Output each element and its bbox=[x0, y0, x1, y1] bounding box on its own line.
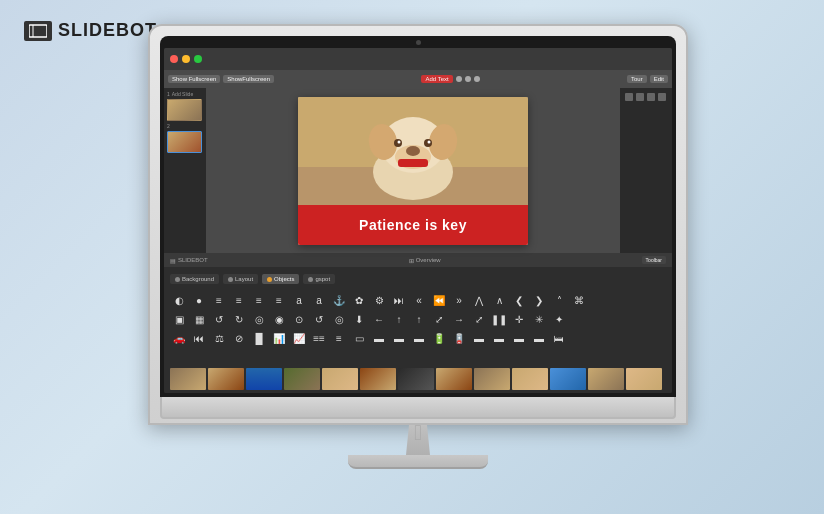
icon-prev[interactable]: ⏮ bbox=[190, 330, 208, 346]
icon-expand[interactable]: ⤢ bbox=[430, 311, 448, 327]
icon-car[interactable]: 🚗 bbox=[170, 330, 188, 346]
icon-rect-filled[interactable]: ▬ bbox=[370, 330, 388, 346]
strip-item-11[interactable] bbox=[550, 368, 586, 390]
icon-square-grid[interactable]: ▣ bbox=[170, 311, 188, 327]
icon-circle[interactable]: ● bbox=[190, 292, 208, 308]
toolbar-label-btn[interactable]: Toolbar bbox=[642, 256, 666, 264]
strip-item-4[interactable] bbox=[284, 368, 320, 390]
icon-align-justify[interactable]: ≡ bbox=[270, 292, 288, 308]
icon-align-center[interactable]: ≡ bbox=[230, 292, 248, 308]
tool-2[interactable] bbox=[636, 93, 644, 101]
icon-bar-chart2[interactable]: 📈 bbox=[290, 330, 308, 346]
icon-left[interactable]: ❮ bbox=[510, 292, 528, 308]
icon-apple[interactable]: ⌘ bbox=[570, 292, 588, 308]
tool-4[interactable] bbox=[658, 93, 666, 101]
slide-2-thumbnail[interactable] bbox=[167, 131, 202, 153]
slide-1-thumbnail[interactable] bbox=[167, 99, 202, 121]
icon-rect7[interactable]: ▬ bbox=[530, 330, 548, 346]
icon-flower[interactable]: ✿ bbox=[350, 292, 368, 308]
strip-item-6[interactable] bbox=[360, 368, 396, 390]
edit-button[interactable]: Edit bbox=[650, 75, 668, 83]
icon-plus[interactable]: ✛ bbox=[510, 311, 528, 327]
icon-right-arrow[interactable]: → bbox=[450, 311, 468, 327]
dog-svg bbox=[298, 97, 528, 205]
icon-up[interactable]: ∧ bbox=[490, 292, 508, 308]
strip-item-1[interactable] bbox=[170, 368, 206, 390]
strip-item-5[interactable] bbox=[322, 368, 358, 390]
show-fullscreen-button[interactable]: Show Fullscreen bbox=[168, 75, 220, 83]
show-fullscreen2-button[interactable]: ShowFullscreen bbox=[223, 75, 274, 83]
tab-gspot[interactable]: gspot bbox=[303, 274, 335, 284]
icon-amazon[interactable]: a bbox=[310, 292, 328, 308]
strip-item-12[interactable] bbox=[588, 368, 624, 390]
overview-button[interactable]: ⊞ Overview bbox=[409, 257, 441, 264]
icon-align-right[interactable]: ≡ bbox=[250, 292, 268, 308]
icon-bars[interactable]: ▐▌ bbox=[250, 330, 268, 346]
icon-double-left[interactable]: « bbox=[410, 292, 428, 308]
tab-objects[interactable]: Objects bbox=[262, 274, 299, 284]
strip-item-3[interactable] bbox=[246, 368, 282, 390]
icon-rect2[interactable]: ▬ bbox=[390, 330, 408, 346]
tab-layout[interactable]: Layout bbox=[223, 274, 258, 284]
icon-gear[interactable]: ⚙ bbox=[370, 292, 388, 308]
icon-up-arrow[interactable]: ↑ bbox=[390, 311, 408, 327]
icon-right[interactable]: ❯ bbox=[530, 292, 548, 308]
maximize-window-button[interactable] bbox=[194, 55, 202, 63]
close-window-button[interactable] bbox=[170, 55, 178, 63]
icon-rewind[interactable]: ⏪ bbox=[430, 292, 448, 308]
tool-3[interactable] bbox=[647, 93, 655, 101]
icon-battery[interactable]: 🔋 bbox=[430, 330, 448, 346]
icon-asterisk[interactable]: ✳ bbox=[530, 311, 548, 327]
icon-rect6[interactable]: ▬ bbox=[510, 330, 528, 346]
icon-bed[interactable]: 🛏 bbox=[550, 330, 568, 346]
tab-gspot-dot bbox=[308, 277, 313, 282]
icon-star[interactable]: ✦ bbox=[550, 311, 568, 327]
tool-1[interactable] bbox=[625, 93, 633, 101]
tab-bg-dot bbox=[175, 277, 180, 282]
add-text-button[interactable]: Add Text bbox=[421, 75, 452, 83]
icon-chevrons-up[interactable]: ⋀ bbox=[470, 292, 488, 308]
icon-up2[interactable]: ˄ bbox=[550, 292, 568, 308]
tab-gspot-label: gspot bbox=[315, 276, 330, 282]
icon-left-arrow[interactable]: ← bbox=[370, 311, 388, 327]
icon-contrast[interactable]: ◐ bbox=[170, 292, 188, 308]
icon-undo[interactable]: ↺ bbox=[210, 311, 228, 327]
icon-redo[interactable]: ↻ bbox=[230, 311, 248, 327]
icon-double-right[interactable]: » bbox=[450, 292, 468, 308]
icon-align-left[interactable]: ≡ bbox=[210, 292, 228, 308]
icon-bar-chart[interactable]: 📊 bbox=[270, 330, 288, 346]
icon-rect[interactable]: ▭ bbox=[350, 330, 368, 346]
icon-down-arrow[interactable]: ⬇ bbox=[350, 311, 368, 327]
icon-rect4[interactable]: ▬ bbox=[470, 330, 488, 346]
icon-ring[interactable]: ◎ bbox=[330, 311, 348, 327]
icon-rect5[interactable]: ▬ bbox=[490, 330, 508, 346]
icon-target[interactable]: ◎ bbox=[250, 311, 268, 327]
strip-item-13[interactable] bbox=[626, 368, 662, 390]
icon-expand2[interactable]: ⤢ bbox=[470, 311, 488, 327]
strip-item-9[interactable] bbox=[474, 368, 510, 390]
minimize-window-button[interactable] bbox=[182, 55, 190, 63]
canvas-area[interactable]: Patience is key bbox=[206, 88, 620, 253]
icon-anchor[interactable]: ⚓ bbox=[330, 292, 348, 308]
icon-lines[interactable]: ≡≡ bbox=[310, 330, 328, 346]
strip-item-7[interactable] bbox=[398, 368, 434, 390]
icon-rect3[interactable]: ▬ bbox=[410, 330, 428, 346]
strip-item-10[interactable] bbox=[512, 368, 548, 390]
icon-menu[interactable]: ≡ bbox=[330, 330, 348, 346]
icon-refresh[interactable]: ↺ bbox=[310, 311, 328, 327]
icon-battery2[interactable]: 🪫 bbox=[450, 330, 468, 346]
svg-rect-0 bbox=[29, 25, 47, 37]
tab-background[interactable]: Background bbox=[170, 274, 219, 284]
strip-item-2[interactable] bbox=[208, 368, 244, 390]
icon-fast-forward[interactable]: ⏭ bbox=[390, 292, 408, 308]
icon-pause[interactable]: ❚❚ bbox=[490, 311, 508, 327]
icon-circle-dot[interactable]: ⊙ bbox=[290, 311, 308, 327]
tour-button[interactable]: Tour bbox=[627, 75, 647, 83]
strip-item-8[interactable] bbox=[436, 368, 472, 390]
icon-grid2[interactable]: ▦ bbox=[190, 311, 208, 327]
icon-record[interactable]: ◉ bbox=[270, 311, 288, 327]
icon-scale[interactable]: ⚖ bbox=[210, 330, 228, 346]
icon-no[interactable]: ⊘ bbox=[230, 330, 248, 346]
icon-text-a[interactable]: a bbox=[290, 292, 308, 308]
icon-up-arrow2[interactable]: ↑ bbox=[410, 311, 428, 327]
